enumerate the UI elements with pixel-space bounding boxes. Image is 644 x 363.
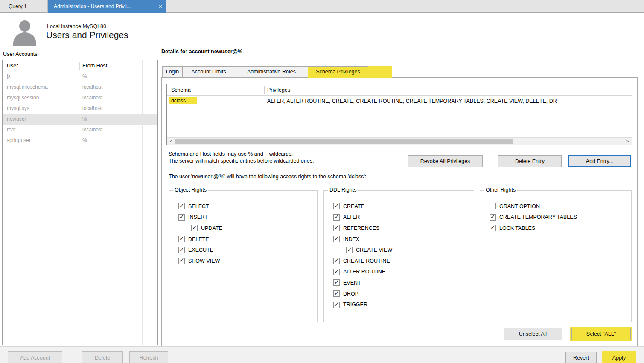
tab-administration-label: Administration - Users and Privil... — [54, 3, 131, 9]
checkbox[interactable] — [178, 247, 185, 253]
privilege-row: CREATE — [333, 201, 474, 212]
delete-entry-button[interactable]: Delete Entry — [498, 155, 562, 167]
details-title: Details for account newuser@% — [161, 49, 242, 55]
table-row[interactable]: mysql.infoschema localhost — [3, 82, 157, 93]
privilege-label: INDEX — [343, 236, 359, 242]
checkbox[interactable] — [490, 203, 496, 209]
privilege-label: CREATE — [343, 203, 364, 209]
column-divider[interactable] — [79, 62, 80, 70]
delete-account-button[interactable]: Delete — [82, 351, 123, 363]
host-cell: % — [82, 71, 87, 82]
schema-cell-highlight: dclass — [169, 97, 197, 104]
privilege-label: DELETE — [188, 236, 209, 242]
unselect-all-button[interactable]: Unselect All — [504, 328, 562, 340]
privilege-row: DELETE — [178, 234, 317, 245]
user-cell: mysql.session — [7, 93, 39, 103]
user-cell: js — [7, 71, 11, 82]
add-entry-button[interactable]: Add Entry... — [568, 155, 631, 167]
checkbox[interactable] — [490, 225, 496, 231]
privilege-label: SELECT — [188, 203, 209, 209]
privilege-row: CREATE VIEW — [346, 244, 474, 256]
privilege-label: CREATE ROUTINE — [343, 258, 390, 264]
user-accounts-header: User From Host — [3, 60, 157, 71]
table-row[interactable]: js % — [3, 71, 157, 82]
checkbox[interactable] — [333, 236, 340, 242]
other-rights-title: Other Rights — [484, 187, 517, 193]
column-divider[interactable] — [264, 86, 265, 94]
privilege-label: EXECUTE — [188, 247, 213, 253]
checkbox[interactable] — [333, 258, 340, 264]
select-all-button[interactable]: Select "ALL" — [571, 328, 631, 340]
privilege-label: SHOW VIEW — [188, 258, 220, 264]
privilege-row: INDEX — [333, 234, 474, 245]
host-cell: % — [82, 135, 87, 146]
host-cell: localhost — [82, 93, 102, 103]
add-account-button[interactable]: Add Account — [8, 351, 62, 363]
ddl-rights-title: DDL Rights — [328, 187, 358, 193]
checkbox[interactable] — [333, 225, 340, 231]
table-row-selected[interactable]: newuser % — [3, 114, 157, 125]
tab-login[interactable]: Login — [162, 66, 183, 77]
table-row[interactable]: root localhost — [3, 125, 157, 135]
horizontal-scrollbar[interactable] — [167, 137, 632, 145]
table-row[interactable]: springuser % — [3, 135, 157, 146]
privilege-row: UPDATE — [191, 223, 317, 234]
checkbox[interactable] — [490, 214, 496, 221]
revert-button[interactable]: Revert — [565, 352, 597, 363]
col-schema: Schema — [171, 84, 191, 96]
mysql-workbench-users-privileges: { "window": { "tabs": [ { "label": "Quer… — [0, 0, 644, 363]
col-privileges: Privileges — [267, 84, 290, 96]
close-icon[interactable] — [159, 0, 162, 13]
user-accounts-label: User Accounts — [3, 51, 38, 57]
schema-cell: dclass — [169, 96, 197, 105]
privilege-label: ALTER — [343, 214, 360, 220]
scroll-left-icon[interactable] — [168, 138, 175, 145]
checkbox[interactable] — [178, 258, 185, 264]
tab-administrative-roles[interactable]: Administrative Roles — [235, 66, 308, 77]
tab-account-limits[interactable]: Account Limits — [182, 66, 235, 77]
apply-button[interactable]: Apply — [603, 352, 635, 363]
table-row[interactable]: mysql.session localhost — [3, 93, 157, 103]
scrollbar-thumb[interactable] — [175, 139, 513, 144]
checkbox[interactable] — [333, 214, 340, 221]
privilege-row: SELECT — [178, 201, 317, 212]
checkbox[interactable] — [333, 203, 340, 209]
checkbox[interactable] — [178, 214, 185, 221]
tab-query-1-label: Query 1 — [9, 3, 27, 9]
checkbox[interactable] — [333, 269, 340, 275]
checkbox[interactable] — [333, 290, 340, 297]
privilege-row: CREATE TEMPORARY TABLES — [490, 212, 631, 223]
privilege-row: TRIGGER — [333, 299, 474, 310]
table-row[interactable]: mysql.sys localhost — [3, 103, 157, 114]
window-tab-bar: Query 1 Administration - Users and Privi… — [0, 0, 644, 13]
tab-query-1[interactable]: Query 1 — [0, 0, 48, 13]
wildcard-note-line1: Schema and Host fields may use % and _ w… — [169, 151, 293, 157]
revoke-all-privileges-button[interactable]: Revoke All Privileges — [408, 155, 483, 167]
wildcard-note-line2: The server will match specific entries b… — [169, 158, 314, 164]
privilege-label: DROP — [343, 291, 358, 297]
checkbox[interactable] — [178, 203, 185, 209]
checkbox[interactable] — [191, 225, 198, 231]
checkbox[interactable] — [333, 302, 340, 308]
checkbox[interactable] — [346, 247, 353, 253]
ddl-rights-group: DDL Rights CREATE ALTER REFERENCES INDEX… — [323, 190, 474, 322]
privilege-row: EXECUTE — [178, 244, 317, 256]
privilege-label: CREATE VIEW — [356, 247, 392, 253]
schema-privileges-table: Schema Privileges dclass ALTER, ALTER RO… — [166, 84, 632, 145]
checkbox[interactable] — [178, 236, 185, 242]
host-cell: localhost — [82, 125, 102, 135]
scroll-right-icon[interactable] — [624, 138, 631, 145]
refresh-button[interactable]: Refresh — [129, 351, 168, 363]
tab-schema-privileges[interactable]: Schema Privileges — [308, 66, 368, 78]
other-rights-group: Other Rights GRANT OPTION CREATE TEMPORA… — [480, 190, 632, 322]
tab-administration[interactable]: Administration - Users and Privil... — [48, 0, 166, 13]
user-cell: mysql.sys — [7, 103, 29, 114]
object-rights-group: Object Rights SELECT INSERT UPDATE DELET… — [169, 190, 318, 322]
checkbox[interactable] — [333, 279, 340, 286]
col-user: User — [7, 60, 18, 71]
host-cell: % — [82, 114, 87, 125]
privilege-label: UPDATE — [201, 225, 222, 231]
schema-table-header: Schema Privileges — [167, 84, 632, 96]
privilege-label: TRIGGER — [343, 302, 367, 308]
schema-table-row[interactable]: dclass ALTER, ALTER ROUTINE, CREATE, CRE… — [167, 96, 632, 107]
